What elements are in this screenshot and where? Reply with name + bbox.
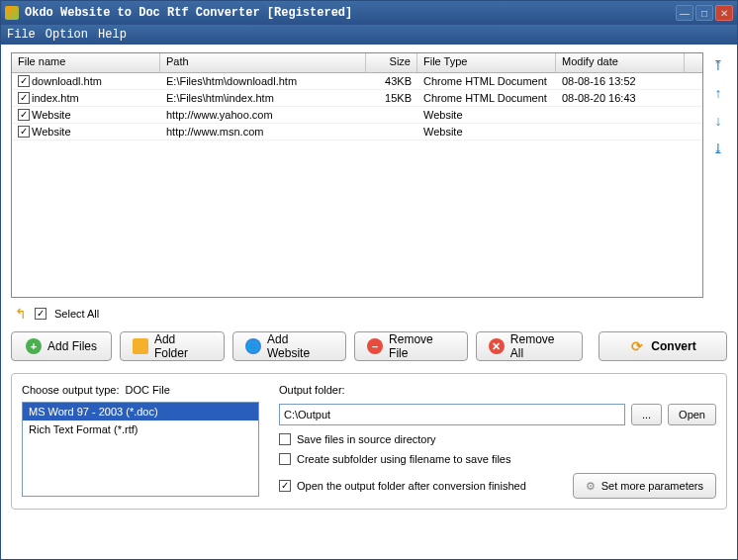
header-filetype[interactable]: File Type: [417, 53, 556, 72]
row-checkbox[interactable]: [18, 92, 30, 104]
browse-button[interactable]: ...: [631, 404, 662, 425]
minimize-button[interactable]: —: [676, 5, 693, 21]
table-row[interactable]: Websitehttp://www.yahoo.comWebsite: [12, 107, 702, 124]
move-down-button[interactable]: ↓: [709, 112, 727, 130]
file-table: File name Path Size File Type Modify dat…: [11, 52, 703, 298]
toolbar: +Add Files Add Folder 🌐Add Website –Remo…: [11, 329, 727, 363]
header-path[interactable]: Path: [160, 53, 366, 72]
add-folder-button[interactable]: Add Folder: [120, 331, 225, 361]
titlebar: Okdo Website to Doc Rtf Converter [Regis…: [1, 1, 737, 25]
list-item[interactable]: Rich Text Format (*.rtf): [23, 420, 258, 438]
maximize-button[interactable]: □: [695, 5, 713, 21]
save-in-source-label: Save files in source directory: [297, 433, 436, 445]
cell-type: Chrome HTML Document: [417, 74, 556, 88]
cell-filename: index.htm: [32, 92, 79, 104]
window-title: Okdo Website to Doc Rtf Converter [Regis…: [25, 6, 676, 20]
header-size[interactable]: Size: [366, 53, 417, 72]
cell-type: Website: [417, 108, 556, 122]
open-after-checkbox[interactable]: [279, 480, 291, 492]
cell-date: [556, 131, 685, 133]
output-panel: Choose output type: DOC File MS Word 97 …: [11, 373, 727, 510]
x-icon: ✕: [489, 338, 505, 354]
choose-type-label: Choose output type: DOC File: [22, 384, 259, 396]
move-bottom-button[interactable]: ⤓: [709, 140, 727, 157]
save-in-source-checkbox[interactable]: [279, 433, 291, 445]
content-area: File name Path Size File Type Modify dat…: [1, 45, 737, 559]
cell-filename: Website: [32, 109, 71, 121]
minus-icon: –: [367, 338, 383, 354]
create-subfolder-label: Create subfolder using filename to save …: [297, 453, 510, 465]
list-item[interactable]: MS Word 97 - 2003 (*.doc): [23, 403, 258, 420]
remove-file-button[interactable]: –Remove File: [354, 331, 468, 361]
cell-size: 15KB: [366, 91, 417, 105]
row-checkbox[interactable]: [18, 126, 30, 138]
select-all-row: ↰ Select All: [11, 304, 727, 324]
cell-path: E:\Files\htm\downloadl.htm: [160, 74, 366, 88]
select-all-checkbox[interactable]: [35, 308, 46, 320]
table-row[interactable]: index.htmE:\Files\htm\index.htm15KBChrom…: [12, 90, 702, 107]
table-row[interactable]: downloadl.htmE:\Files\htm\downloadl.htm4…: [12, 73, 702, 90]
header-filename[interactable]: File name: [12, 53, 160, 72]
folder-icon: [133, 338, 148, 354]
cell-path: http://www.msn.com: [160, 125, 366, 139]
table-header: File name Path Size File Type Modify dat…: [12, 53, 702, 73]
output-folder-input[interactable]: [279, 404, 625, 425]
cell-path: http://www.yahoo.com: [160, 108, 366, 122]
output-folder-label: Output folder:: [279, 384, 716, 396]
row-checkbox[interactable]: [18, 75, 30, 87]
open-folder-button[interactable]: Open: [668, 404, 716, 425]
cell-size: [366, 114, 417, 116]
cell-filename: downloadl.htm: [32, 75, 102, 87]
menubar: File Option Help: [1, 25, 737, 45]
menu-help[interactable]: Help: [98, 28, 127, 42]
select-all-label: Select All: [54, 308, 99, 320]
convert-icon: ⟳: [629, 338, 645, 354]
output-folder-section: Output folder: ... Open Save files in so…: [279, 384, 716, 499]
remove-all-button[interactable]: ✕Remove All: [476, 331, 583, 361]
cell-date: 08-08-20 16:43: [556, 91, 685, 105]
table-body: downloadl.htmE:\Files\htm\downloadl.htm4…: [12, 73, 702, 140]
cell-path: E:\Files\htm\index.htm: [160, 91, 366, 105]
cell-date: [556, 114, 685, 116]
cell-type: Website: [417, 125, 556, 139]
table-area: File name Path Size File Type Modify dat…: [11, 52, 727, 298]
add-website-button[interactable]: 🌐Add Website: [232, 331, 346, 361]
set-more-parameters-button[interactable]: ⚙Set more parameters: [573, 473, 716, 499]
menu-option[interactable]: Option: [46, 28, 88, 42]
row-checkbox[interactable]: [18, 109, 30, 121]
header-modifydate[interactable]: Modify date: [556, 53, 685, 72]
chosen-type-value: DOC File: [126, 384, 170, 396]
add-files-button[interactable]: +Add Files: [11, 331, 112, 361]
convert-button[interactable]: ⟳Convert: [599, 331, 727, 361]
output-type-listbox[interactable]: MS Word 97 - 2003 (*.doc)Rich Text Forma…: [22, 402, 259, 497]
move-top-button[interactable]: ⤒: [709, 56, 727, 74]
table-row[interactable]: Websitehttp://www.msn.comWebsite: [12, 124, 702, 140]
output-type-section: Choose output type: DOC File MS Word 97 …: [22, 384, 259, 499]
app-icon: [5, 6, 19, 20]
close-button[interactable]: ✕: [715, 5, 733, 21]
move-up-button[interactable]: ↑: [709, 84, 727, 102]
cell-type: Chrome HTML Document: [417, 91, 556, 105]
up-folder-icon[interactable]: ↰: [15, 306, 27, 322]
globe-icon: 🌐: [245, 338, 261, 354]
menu-file[interactable]: File: [7, 28, 36, 42]
cell-date: 08-08-16 13:52: [556, 74, 685, 88]
window-controls: — □ ✕: [676, 5, 733, 21]
cell-filename: Website: [32, 126, 71, 138]
cell-size: [366, 131, 417, 133]
cell-size: 43KB: [366, 74, 417, 88]
app-window: Okdo Website to Doc Rtf Converter [Regis…: [0, 0, 738, 560]
reorder-controls: ⤒ ↑ ↓ ⤓: [709, 52, 727, 298]
gear-icon: ⚙: [586, 480, 596, 493]
plus-icon: +: [26, 338, 42, 354]
create-subfolder-checkbox[interactable]: [279, 453, 291, 465]
open-after-label: Open the output folder after conversion …: [297, 480, 526, 492]
